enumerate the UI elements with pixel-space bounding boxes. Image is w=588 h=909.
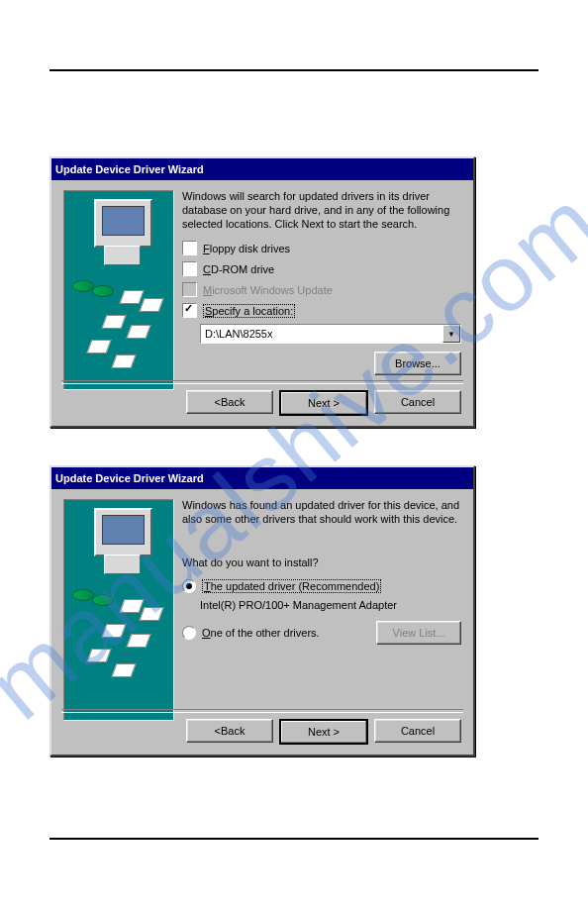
- wizard-dialog-choose: Update Device Driver Wizard Windows has …: [49, 465, 475, 757]
- titlebar: Update Device Driver Wizard: [51, 158, 473, 180]
- separator: [61, 709, 463, 713]
- checkbox-icon[interactable]: [182, 261, 197, 276]
- question-text: What do you want to install?: [182, 556, 461, 570]
- wizard-sidebar-graphic: [63, 499, 174, 721]
- paper-icon: [111, 663, 136, 677]
- option-label: Microsoft Windows Update: [203, 284, 333, 296]
- monitor-icon: [94, 199, 152, 248]
- back-button[interactable]: < Back: [186, 390, 273, 414]
- paper-icon: [126, 634, 150, 648]
- paper-icon: [111, 354, 136, 368]
- paper-icon: [139, 607, 163, 621]
- dialog-body: Windows has found an updated driver for …: [51, 489, 473, 507]
- driver-name: Intel(R) PRO/100+ Management Adapter: [200, 599, 461, 611]
- browse-button[interactable]: Browse...: [374, 352, 461, 375]
- view-list-button: View List...: [376, 621, 461, 645]
- cd-icon: [72, 280, 94, 292]
- intro-text: Windows has found an updated driver for …: [182, 499, 461, 527]
- paper-icon: [86, 340, 111, 354]
- content-pane: Windows has found an updated driver for …: [182, 499, 461, 651]
- paper-icon: [101, 624, 126, 638]
- wizard-dialog-locations: Update Device Driver Wizard Windows will…: [49, 156, 475, 428]
- dialog-body: Windows will search for updated drivers …: [51, 180, 473, 198]
- paper-icon: [86, 649, 111, 662]
- titlebar: Update Device Driver Wizard: [51, 467, 473, 489]
- location-combo-row: D:\LAN\8255x ▼: [200, 324, 461, 344]
- cancel-button[interactable]: Cancel: [374, 719, 461, 743]
- paper-icon: [126, 325, 150, 339]
- paper-icon: [119, 599, 144, 613]
- location-combo[interactable]: D:\LAN\8255x ▼: [200, 324, 461, 344]
- option-specify-location[interactable]: Specify a location:: [182, 303, 461, 318]
- monitor-base-icon: [104, 555, 141, 574]
- content-pane: Windows will search for updated drivers …: [182, 190, 461, 375]
- checkbox-icon[interactable]: [182, 303, 197, 318]
- paper-icon: [139, 298, 163, 312]
- cancel-button[interactable]: Cancel: [374, 390, 461, 414]
- paper-icon: [101, 315, 126, 329]
- chevron-down-icon[interactable]: ▼: [442, 325, 460, 343]
- cd-icon: [92, 285, 114, 297]
- option-floppy[interactable]: Floppy disk drives: [182, 241, 461, 255]
- button-bar: < Back Next > Cancel: [180, 719, 461, 745]
- back-button[interactable]: < Back: [186, 719, 273, 743]
- dialog-title: Update Device Driver Wizard: [55, 163, 204, 175]
- option-ms-update: Microsoft Windows Update: [182, 282, 461, 297]
- paper-icon: [119, 290, 144, 304]
- radio-icon[interactable]: [182, 626, 196, 640]
- next-button[interactable]: Next >: [279, 719, 368, 745]
- option-label: Floppy disk drives: [203, 243, 290, 254]
- monitor-icon: [94, 508, 152, 556]
- next-button[interactable]: Next >: [279, 390, 368, 416]
- checkbox-icon[interactable]: [182, 241, 197, 255]
- monitor-base-icon: [104, 246, 141, 265]
- separator: [61, 380, 463, 384]
- page-bottom-rule: [49, 838, 539, 840]
- option-cdrom[interactable]: CD-ROM drive: [182, 261, 461, 276]
- browse-row: Browse...: [182, 352, 461, 375]
- option-label: CD-ROM drive: [203, 263, 274, 275]
- option-label: One of the other drivers.: [202, 627, 320, 639]
- page-top-rule: [49, 69, 539, 71]
- location-value: D:\LAN\8255x: [205, 328, 272, 340]
- dialog-title: Update Device Driver Wizard: [55, 472, 204, 484]
- wizard-sidebar-graphic: [63, 190, 174, 390]
- checkbox-icon: [182, 282, 197, 297]
- radio-icon[interactable]: [182, 579, 196, 593]
- cd-icon: [92, 594, 114, 606]
- option-other-drivers[interactable]: One of the other drivers. View List...: [182, 621, 461, 645]
- option-label: Specify a location:: [203, 304, 295, 318]
- option-label: The updated driver (Recommended): [202, 579, 381, 593]
- intro-text: Windows will search for updated drivers …: [182, 190, 461, 231]
- button-bar: < Back Next > Cancel: [180, 390, 461, 416]
- cd-icon: [72, 589, 94, 601]
- option-recommended-driver[interactable]: The updated driver (Recommended): [182, 579, 461, 593]
